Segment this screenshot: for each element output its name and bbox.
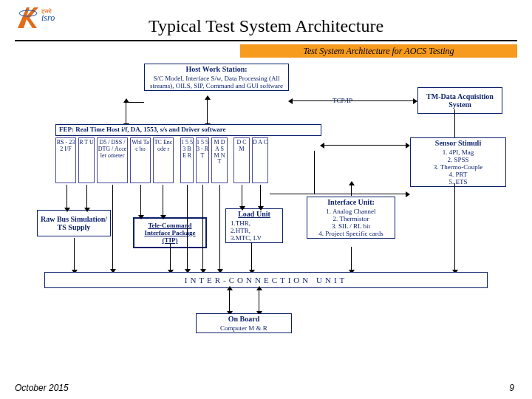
connector xyxy=(66,185,67,208)
connector xyxy=(219,185,220,270)
connector xyxy=(126,102,126,124)
col-rtu: R T U xyxy=(78,137,95,183)
connector xyxy=(187,185,188,270)
col-dcm: D C M xyxy=(233,137,250,183)
col-1553rt: 1 5 5 3 - R T xyxy=(196,137,209,183)
connector xyxy=(242,185,242,207)
ifu-header: Interface Unit: xyxy=(307,197,395,207)
col-dss: D5 / DSS / DTG / Acceler ometer xyxy=(97,137,128,183)
sensor-header: Sensor Stimuli xyxy=(411,138,505,148)
connector xyxy=(314,151,315,194)
connector xyxy=(314,194,406,194)
connector xyxy=(454,109,455,137)
connector xyxy=(260,185,261,207)
footer-page: 9 xyxy=(509,383,514,393)
tm-header: TM-Data Acquisition System xyxy=(418,88,502,113)
col-dac: D A C xyxy=(252,137,268,183)
fep-text: FEP: Real Time Host i/f, DA, 1553, s/s a… xyxy=(56,125,321,134)
connector xyxy=(259,290,259,312)
connector xyxy=(207,99,208,124)
col-mdasmnt: M D A S M N T xyxy=(211,137,228,183)
col-rs232: RS - 232 I/F xyxy=(55,137,76,183)
page-title: Typical Test System Architecture xyxy=(0,16,532,36)
connector xyxy=(163,185,163,216)
rawbus-header: Raw Bus Simulation/ TS Supply xyxy=(38,211,110,236)
obc-header: On Board xyxy=(197,314,291,324)
load-header: Load Unit xyxy=(226,209,282,219)
connector xyxy=(74,238,75,270)
subtitle-banner: Test System Architecture for AOCS Testin… xyxy=(240,44,517,58)
col-1553ber: 1 5 5 3 B E R xyxy=(180,137,194,183)
fep-box: FEP: Real Time Host i/f, DA, 1553, s/s a… xyxy=(55,124,321,136)
col-whl: Whl Tac ho xyxy=(130,137,151,183)
architecture-diagram: Host Work Station: S/C Model, Interface … xyxy=(15,64,517,366)
connector xyxy=(202,185,203,270)
sensor-stimuli-box: Sensor Stimuli 1. 4PI, Mag 2. SPSS 3. Th… xyxy=(410,137,506,187)
connector xyxy=(112,185,113,270)
connector xyxy=(229,290,230,312)
connector xyxy=(351,247,352,270)
connector xyxy=(292,100,414,101)
connector xyxy=(251,242,252,270)
connector xyxy=(324,145,406,146)
host-body: S/C Model, Interface S/w, Data Processin… xyxy=(145,74,288,90)
interface-unit-box: Interface Unit: 1. Analog Channel 2. The… xyxy=(307,197,395,239)
obc-body: Computer M & R xyxy=(197,324,291,332)
connector xyxy=(86,185,87,208)
col-tc: TC Enc ode r xyxy=(153,137,174,183)
connector xyxy=(270,194,314,194)
loadunit-box: Load Unit 1.THR, 2.HTR, 3.MTC, LV xyxy=(225,208,283,243)
obc-box: On Board Computer M & R xyxy=(196,313,292,333)
sensor-list: 1. 4PI, Mag 2. SPSS 3. Thermo-Couple 4. … xyxy=(411,148,505,186)
host-header: Host Work Station: xyxy=(145,64,288,74)
rawbus-box: Raw Bus Simulation/ TS Supply xyxy=(37,210,111,236)
connector xyxy=(170,244,171,270)
tip-header: Tele-Command Interface Package (TIP) xyxy=(134,219,205,247)
load-body: 1.THR, 2.HTR, 3.MTC, LV xyxy=(226,219,282,242)
interconnection-unit: INTER-CONNECTION UNIT xyxy=(44,272,488,288)
connector xyxy=(126,102,144,103)
footer-date: October 2015 xyxy=(15,383,69,393)
tm-data-box: TM-Data Acquisition System xyxy=(417,87,502,114)
host-workstation-box: Host Work Station: S/C Model, Interface … xyxy=(144,64,289,91)
connector xyxy=(140,185,141,216)
svg-text:इसरो: इसरो xyxy=(41,7,52,15)
ifu-list: 1. Analog Channel 2. Thermistor 3. SIL /… xyxy=(307,207,395,238)
title-underline xyxy=(15,40,517,41)
connector xyxy=(454,183,455,270)
